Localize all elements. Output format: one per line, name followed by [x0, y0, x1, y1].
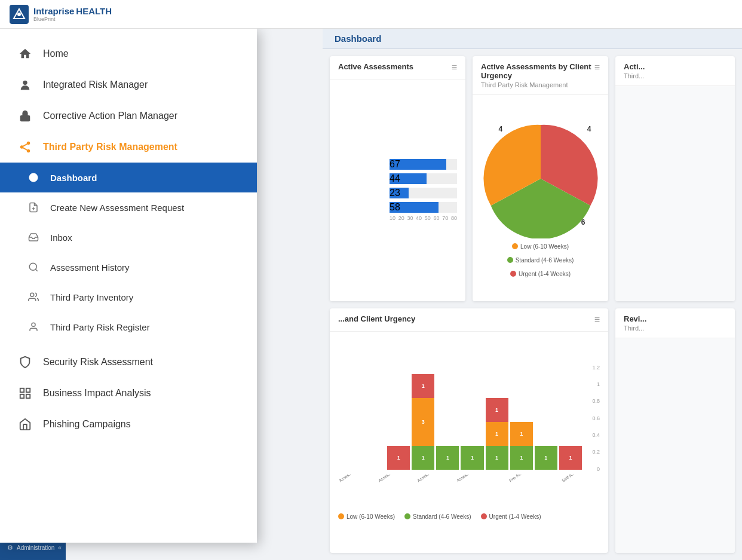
bar-wrap-1: 67 — [390, 159, 457, 170]
bar-fill-3: 23 — [390, 188, 409, 198]
pie-chart-menu-icon[interactable]: ≡ — [594, 62, 600, 73]
y-axis-0: 0 — [597, 466, 600, 472]
svg-line-7 — [23, 148, 27, 150]
sub-item-dashboard[interactable]: Dashboard — [0, 163, 257, 192]
sub-inventory-label: Third Party Inventory — [50, 292, 133, 302]
stacked-seg-urgent-2: 1 — [387, 446, 410, 470]
stacked-legend-standard: Standard (4-6 Weeks) — [404, 513, 471, 520]
page-title: Dashboard — [335, 33, 381, 44]
stacked-bar-card: ...and Client Urgency ≡ — [330, 308, 608, 553]
legend-low: Low (6-10 Weeks) — [512, 243, 569, 250]
stacked-legend-standard-dot — [404, 513, 410, 519]
right-bottom-title-wrap: Revi... Third... — [624, 314, 646, 332]
x-label-5: Self-Assessment Generation — [561, 475, 600, 483]
y-axis-0.2: 0.2 — [592, 449, 600, 455]
svg-point-4 — [27, 142, 30, 145]
pie-chart-header: Active Assessments by Client Urgency Thi… — [473, 56, 608, 95]
menu-item-business[interactable]: Business Impact Analysis — [0, 378, 257, 409]
bar-chart-header: Active Assessments ≡ — [330, 56, 465, 79]
svg-point-5 — [20, 145, 24, 149]
menu-item-third-party[interactable]: Third Party Risk Management — [0, 131, 257, 163]
stacked-seg-standard-8: 1 — [535, 446, 557, 470]
legend-standard-label: Standard (4-6 Weeks) — [516, 257, 574, 264]
logo-health: HEALTH — [76, 6, 112, 16]
sub-item-create-new[interactable]: Create New Assessment Request — [0, 192, 257, 222]
sub-item-inbox[interactable]: Inbox — [0, 222, 257, 252]
menu-item-home[interactable]: Home — [0, 38, 257, 69]
sub-item-risk-register[interactable]: Third Party Risk Register — [0, 312, 257, 342]
legend-urgent-dot — [510, 271, 516, 277]
pie-chart-title-wrap: Active Assessments by Client Urgency Thi… — [481, 62, 594, 88]
stacked-seg-standard-5: 1 — [461, 446, 483, 470]
bar-chart: 67 44 — [338, 159, 457, 213]
corrective-menu-icon — [17, 108, 33, 124]
chevron-left-icon: « — [58, 544, 62, 551]
legend-standard: Standard (4-6 Weeks) — [507, 257, 574, 264]
stacked-legend-standard-label: Standard (4-6 Weeks) — [413, 513, 471, 520]
right-partial-bottom: Revi... Third... — [615, 308, 735, 553]
menu-security-label: Security Risk Assessment — [43, 357, 153, 368]
menu-item-corrective[interactable]: Corrective Action Plan Manager — [0, 100, 257, 131]
axis-20: 20 — [398, 215, 404, 221]
sub-dashboard-label: Dashboard — [50, 173, 97, 183]
x-label-2: Assessment Review — [416, 475, 450, 483]
y-axis-1: 1 — [597, 381, 600, 387]
axis-70: 70 — [442, 215, 448, 221]
menu-business-label: Business Impact Analysis — [43, 388, 151, 399]
axis-50: 50 — [425, 215, 431, 221]
page-header: Dashboard — [323, 29, 742, 49]
right-bottom-body — [615, 338, 735, 553]
svg-point-1 — [17, 13, 21, 16]
business-menu-icon — [17, 385, 33, 402]
search-sub-icon — [26, 260, 41, 274]
svg-rect-19 — [26, 394, 30, 398]
bar-fill-2: 44 — [390, 173, 427, 184]
menu-item-integrated[interactable]: Integrated Risk Manager — [0, 69, 257, 100]
svg-rect-16 — [20, 388, 24, 392]
create-new-sub-icon — [26, 200, 41, 215]
sub-item-assessment-history[interactable]: Assessment History — [0, 252, 257, 282]
pie-container: 4 4 6 Low (6-10 Weeks) Standard (4- — [481, 119, 600, 277]
logo-name: Intraprise — [33, 6, 74, 16]
pie-chart-body: 4 4 6 Low (6-10 Weeks) Standard (4- — [473, 95, 608, 301]
stacked-seg-low-3: 3 — [412, 398, 434, 446]
stacked-group-7: 1 1 — [510, 422, 533, 470]
menu-item-security[interactable]: Security Risk Assessment — [0, 347, 257, 378]
axis-30: 30 — [407, 215, 413, 221]
stacked-seg-standard-4: 1 — [436, 446, 459, 470]
x-label-0: Assessment Requ... — [338, 475, 371, 483]
stacked-legend-urgent-dot — [481, 513, 487, 519]
right-top-body — [615, 86, 735, 301]
bar-fill-1: 67 — [390, 159, 446, 170]
x-label-4: Pre-Assessment Response — [508, 475, 553, 483]
home-menu-icon — [17, 45, 33, 62]
stacked-bar-menu-icon[interactable]: ≡ — [594, 314, 600, 325]
bar-chart-body: 67 44 — [330, 79, 465, 301]
stacked-group-6: 1 1 1 — [486, 398, 508, 470]
stacked-seg-urgent-3: 1 — [412, 374, 434, 398]
bar-wrap-3: 23 — [390, 188, 457, 198]
stacked-bar-wrap: 1 1 3 1 1 — [338, 365, 600, 484]
app-layout: 🏠 Home 👤 Integrated R... 🔒 Corrective A.… — [0, 29, 742, 560]
sub-assessment-history-label: Assessment History — [50, 262, 130, 273]
menu-phishing-label: Phishing Campaigns — [43, 419, 131, 430]
main-content: Dashboard Active Assessments ≡ — [323, 29, 742, 560]
svg-point-2 — [23, 81, 27, 85]
bar-value-1: 67 — [390, 159, 400, 170]
svg-line-13 — [35, 269, 37, 271]
bar-fill-4: 58 — [390, 202, 439, 213]
stacked-group-4: 1 — [436, 446, 459, 470]
inventory-sub-icon — [26, 290, 41, 304]
sub-item-third-party-inventory[interactable]: Third Party Inventory — [0, 282, 257, 312]
bar-chart-menu-icon[interactable]: ≡ — [452, 62, 457, 73]
stacked-group-9: 1 — [559, 446, 582, 470]
svg-point-12 — [29, 263, 36, 270]
menu-item-phishing[interactable]: Phishing Campaigns — [0, 409, 257, 440]
stacked-seg-low-7: 1 — [510, 422, 533, 446]
bar-axis: 10 20 30 40 50 60 70 80 — [390, 215, 457, 221]
pie-chart-card: Active Assessments by Client Urgency Thi… — [473, 56, 608, 301]
stacked-seg-standard-6: 1 — [486, 446, 508, 470]
pie-chart-subtitle: Third Party Risk Management — [481, 81, 594, 88]
pie-chart-title: Active Assessments by Client Urgency — [481, 62, 594, 80]
phishing-menu-icon — [17, 416, 33, 433]
